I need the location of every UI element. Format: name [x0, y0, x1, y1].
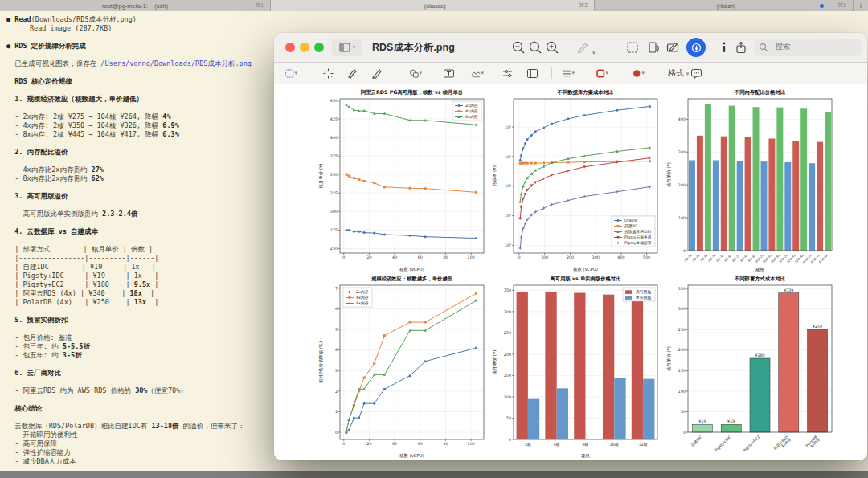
svg-text:5: 5 [335, 328, 338, 332]
sidebar-toggle-button[interactable]: ▾ [332, 39, 362, 56]
terminal-tab-bar: root@pg-meta-1: ~ (ssh) ⌘1 ~ (claude) ⌘2… [0, 0, 868, 11]
svg-text:200: 200 [504, 353, 511, 357]
share-icon[interactable] [734, 40, 748, 55]
fullscreen-button[interactable] [314, 43, 324, 52]
svg-text:0: 0 [518, 255, 521, 259]
svg-text:4x内存: 4x内存 [356, 296, 369, 300]
svg-text:375: 375 [330, 154, 338, 158]
svg-text:4: 4 [335, 348, 338, 352]
svg-text:16核: 16核 [610, 443, 619, 447]
close-button[interactable] [285, 43, 295, 52]
annotation-bubble-icon[interactable] [690, 67, 703, 80]
minimize-button[interactable] [300, 43, 309, 52]
border-color-icon[interactable]: ▾ [596, 67, 608, 80]
svg-text:10²: 10² [505, 243, 511, 247]
highlight-pen-button[interactable] [575, 40, 590, 55]
svg-text:Pigsty+IDC: Pigsty+IDC [714, 435, 732, 452]
signature-icon[interactable]: ▾ [471, 67, 484, 80]
search-field[interactable] [754, 39, 862, 56]
svg-text:300: 300 [330, 210, 338, 214]
toolbar-divider [399, 67, 399, 79]
svg-text:450: 450 [330, 99, 338, 103]
chart-deployment-cost: 050100150200250300350¥19自建IDC¥19Pigsty+I… [665, 272, 837, 459]
svg-text:60: 60 [418, 255, 423, 259]
svg-text:规格: 规格 [755, 267, 764, 272]
svg-text:0: 0 [683, 249, 686, 253]
svg-text:规格: 规格 [582, 453, 591, 459]
sketch-pen-icon[interactable] [347, 67, 360, 80]
line-style-icon[interactable]: ▾ [562, 67, 575, 80]
adjust-sliders-icon[interactable] [502, 67, 514, 80]
svg-text:500: 500 [644, 255, 651, 259]
text-box-icon[interactable] [443, 67, 456, 80]
markup-toolbar-icon[interactable] [665, 40, 680, 55]
search-input[interactable] [773, 41, 857, 51]
markup-active-button[interactable] [686, 38, 706, 57]
svg-text:6: 6 [335, 307, 338, 311]
svg-text:275: 275 [330, 228, 338, 232]
selection-rect-icon[interactable]: ▾ [285, 67, 297, 80]
chart-grid: 250275300325350375400425450020406080100阿… [316, 86, 838, 459]
svg-text:80: 80 [443, 442, 448, 446]
svg-text:¥250: ¥250 [813, 325, 822, 329]
toolbar-divider [551, 67, 552, 79]
new-tab-button[interactable]: + [854, 0, 868, 11]
zoom-in-button[interactable] [545, 40, 559, 55]
svg-text:60: 60 [418, 442, 423, 446]
svg-text:2x内存: 2x内存 [465, 104, 478, 108]
svg-text:核月单价 (¥): 核月单价 (¥) [666, 162, 672, 188]
highlight-pen-chevron[interactable]: ▾ [592, 43, 607, 58]
svg-text:单实例版: 单实例版 [635, 295, 651, 300]
svg-text:100: 100 [678, 216, 686, 220]
svg-text:Pigsty+EC2: Pigsty+EC2 [743, 435, 760, 452]
svg-text:月成本 (¥): 月成本 (¥) [492, 165, 497, 186]
sidebar-icon [339, 43, 350, 52]
svg-text:自建IDC: 自建IDC [690, 435, 703, 447]
chart-database-cost-comparison: 10²10³10⁴10⁵10⁶0100200300400500不同数据库方案成本… [490, 86, 663, 272]
format-button[interactable]: 格式 ▾ [668, 67, 689, 79]
terminal-tab-ssh[interactable]: root@pg-meta-1: ~ (ssh) ⌘1 [0, 0, 271, 11]
svg-text:10⁵: 10⁵ [505, 155, 511, 159]
preview-title-bar[interactable]: ▾ RDS成本分析.png ▾ [274, 33, 867, 63]
svg-text:不同内存配比价格对比: 不同内存配比价格对比 [734, 89, 786, 96]
terminal-tab-bash[interactable]: ~ (-bash) ⌘3 [595, 0, 854, 11]
svg-text:2x内存: 2x内存 [356, 290, 369, 294]
zoom-out-button[interactable] [511, 40, 526, 55]
window-title: RDS成本分析.png [372, 41, 455, 55]
terminal-tab-claude[interactable]: ~ (claude) ⌘2 [271, 0, 595, 11]
svg-text:10⁴: 10⁴ [505, 184, 511, 188]
tab-shortcut: ⌘1 [255, 2, 264, 9]
draw-pen-icon[interactable] [371, 67, 384, 80]
fill-color-icon[interactable]: ▾ [632, 67, 645, 80]
svg-text:350: 350 [330, 173, 338, 177]
svg-text:400: 400 [678, 117, 686, 121]
svg-text:300: 300 [678, 150, 686, 154]
canvas-size-icon[interactable] [526, 67, 539, 80]
svg-text:425: 425 [330, 117, 338, 121]
svg-text:300: 300 [504, 310, 511, 314]
tab-shortcut: ⌘2 [579, 2, 588, 9]
svg-text:开源PG: 开源PG [624, 223, 637, 228]
instant-alpha-icon[interactable] [322, 67, 335, 80]
svg-text:2核: 2核 [525, 443, 531, 447]
format-label: 格式 [668, 68, 684, 77]
info-icon[interactable] [717, 40, 731, 55]
svg-text:阿里云RDS PG高可用版：核数 vs 核月单价: 阿里云RDS PG高可用版：核数 vs 核月单价 [361, 89, 464, 96]
image-viewer: 250275300325350375400425450020406080100阿… [274, 84, 867, 460]
svg-text:0: 0 [683, 431, 686, 435]
zoom-actual-size-button[interactable] [528, 40, 542, 55]
svg-text:不同数据库方案成本对比: 不同数据库方案成本对比 [557, 89, 614, 96]
svg-text:100: 100 [542, 255, 549, 259]
crop-icon[interactable] [625, 40, 640, 55]
svg-text:¥339: ¥339 [784, 288, 793, 292]
svg-text:8核: 8核 [583, 443, 589, 447]
search-icon [759, 43, 768, 52]
svg-text:0: 0 [335, 431, 338, 435]
svg-text:50: 50 [681, 410, 686, 414]
svg-text:高可用版: 高可用版 [636, 289, 651, 295]
svg-text:0: 0 [342, 442, 345, 446]
shapes-icon[interactable]: ▾ [409, 67, 422, 80]
svg-text:阿里云RDS4x内存: 阿里云RDS4x内存 [773, 435, 792, 454]
rotate-icon[interactable] [646, 40, 661, 55]
terminal-line: ⎿ Read image (287.7KB) [6, 24, 868, 33]
